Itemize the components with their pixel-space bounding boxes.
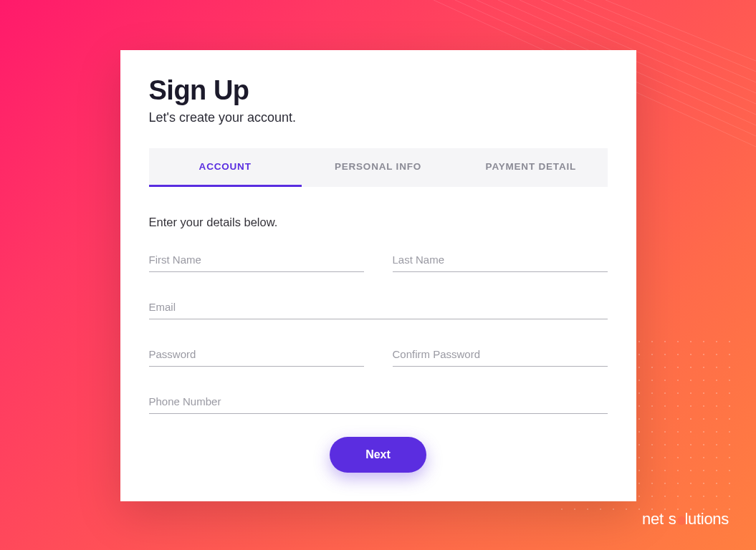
- signup-form: Next: [149, 248, 608, 473]
- phone-number-input[interactable]: [149, 390, 608, 414]
- brand-prefix: net: [642, 510, 664, 529]
- brand-suffix-s: s: [669, 510, 676, 529]
- password-input[interactable]: [149, 342, 364, 367]
- step-tabs: ACCOUNT PERSONAL INFO PAYMENT DETAIL: [149, 148, 608, 187]
- next-button[interactable]: Next: [330, 437, 426, 473]
- brand-suffix-rest: lutions: [685, 510, 729, 529]
- last-name-input[interactable]: [393, 248, 608, 272]
- tab-payment-detail[interactable]: PAYMENT DETAIL: [454, 148, 607, 187]
- brand-logo: net slutions: [642, 510, 729, 529]
- tab-personal-info[interactable]: PERSONAL INFO: [302, 148, 454, 187]
- signup-card: Sign Up Let's create your account. ACCOU…: [120, 50, 636, 501]
- confirm-password-input[interactable]: [393, 342, 608, 367]
- first-name-input[interactable]: [149, 248, 364, 272]
- page-subtitle: Let's create your account.: [149, 110, 608, 125]
- form-instructions: Enter your details below.: [149, 216, 608, 229]
- page-title: Sign Up: [149, 75, 608, 106]
- brand-circle-icon: [677, 516, 686, 525]
- email-input[interactable]: [149, 295, 608, 319]
- tab-account[interactable]: ACCOUNT: [149, 148, 302, 187]
